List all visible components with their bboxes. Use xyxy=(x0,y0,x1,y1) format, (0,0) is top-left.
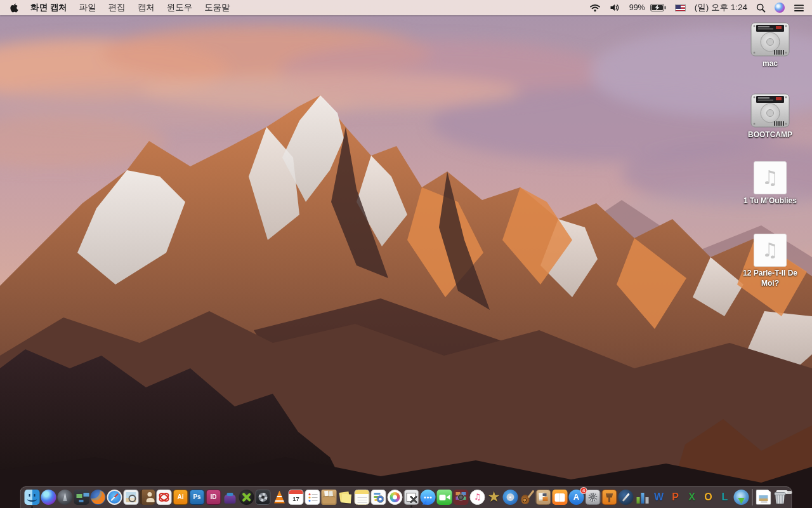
dock-item-preview-icon[interactable] xyxy=(124,490,139,505)
audio-file-icon: ♫ xyxy=(754,161,787,194)
dock-item-finder-icon[interactable] xyxy=(25,490,40,505)
hard-drive-icon xyxy=(750,22,790,57)
app-store-glyph: A xyxy=(573,493,579,501)
dock-item-siri-icon[interactable] xyxy=(41,490,56,505)
lync-glyph: L xyxy=(722,492,728,502)
dock-item-photo-booth-icon[interactable] xyxy=(454,490,469,505)
menu-window[interactable]: 윈도우 xyxy=(167,2,193,13)
apple-logo-icon xyxy=(9,3,18,13)
notification-center-icon[interactable] xyxy=(794,4,804,12)
dock-item-photos-icon[interactable] xyxy=(388,490,403,505)
battery-percent: 99% xyxy=(629,3,645,12)
dock-item-safari-icon[interactable] xyxy=(107,490,122,505)
menu-app-name[interactable]: 화면 캡처 xyxy=(30,2,67,13)
apple-menu[interactable] xyxy=(9,3,18,13)
desktop-icon-audio-file-2[interactable]: ♫ 12 Parle-T-Il De Moi? xyxy=(738,234,802,288)
dock-item-ibooks-icon[interactable] xyxy=(553,490,568,505)
dock-item-indesign-icon[interactable]: ID xyxy=(206,490,221,505)
siri-icon[interactable] xyxy=(775,3,785,13)
dock-item-stickies-icon[interactable] xyxy=(338,490,353,505)
desktop-icon-mac[interactable]: mac xyxy=(738,22,802,69)
dock-item-imovie-09-icon[interactable] xyxy=(487,490,502,505)
menu-bar: 화면 캡처 파일 편집 캡처 윈도우 도움말 9 xyxy=(0,0,812,15)
menu-edit[interactable]: 편집 xyxy=(108,2,126,13)
dock-item-media-player-x-icon[interactable] xyxy=(239,490,254,505)
dock-item-trash-full-icon[interactable] xyxy=(773,490,788,505)
dock-item-outlook-icon[interactable]: O xyxy=(701,490,716,505)
desktop-icon-bootcamp[interactable]: BOOTCAMP xyxy=(738,93,802,140)
volume-icon[interactable] xyxy=(610,3,620,12)
word-glyph: W xyxy=(654,492,664,502)
dock-item-reminders-icon[interactable] xyxy=(305,490,320,505)
dock-item-vlc-icon[interactable] xyxy=(272,490,287,505)
dock-item-image-document-file-icon[interactable] xyxy=(756,490,771,505)
powerpoint-glyph: P xyxy=(672,492,679,502)
dock-item-archive-box-app-icon[interactable] xyxy=(322,490,337,505)
hard-drive-icon xyxy=(750,93,790,128)
spotlight-search-icon[interactable] xyxy=(756,3,766,13)
photoshop-glyph: Ps xyxy=(193,494,200,500)
dock-item-garageband-icon[interactable] xyxy=(520,490,535,505)
desktop-icon-label: mac xyxy=(763,58,778,69)
desktop-icon-label: BOOTCAMP xyxy=(748,130,792,140)
sierra-mountain-wallpaper xyxy=(0,0,812,508)
dock-item-acrobat-reader-icon[interactable] xyxy=(157,490,172,505)
dock-item-word-icon[interactable]: W xyxy=(652,490,667,505)
dock-item-firefox-icon[interactable] xyxy=(91,490,106,505)
battery-charging-icon[interactable] xyxy=(650,4,666,11)
dock-item-dvd-ripper-icon[interactable] xyxy=(503,490,518,505)
dock-item-grab-screen-capture-icon[interactable] xyxy=(404,490,419,505)
wifi-icon[interactable] xyxy=(589,3,601,12)
dock-item-launchpad-icon[interactable] xyxy=(58,490,73,505)
desktop-icon-audio-file-1[interactable]: ♫ 1 Tu M'Oublies xyxy=(738,161,802,206)
menu-bar-clock[interactable]: (일) 오후 1:24 xyxy=(695,2,747,13)
dock-item-system-preferences-icon[interactable] xyxy=(586,490,601,505)
indesign-glyph: ID xyxy=(211,494,217,500)
dock-item-mission-control-icon[interactable] xyxy=(74,490,89,505)
dock-item-excel-icon[interactable]: X xyxy=(684,490,700,505)
dock-item-notes-icon[interactable] xyxy=(355,490,370,505)
music-note-glyph: ♫ xyxy=(762,168,779,187)
running-indicator xyxy=(31,506,33,508)
dock-item-contacts-icon[interactable] xyxy=(140,490,155,505)
dock-item-itunes-icon[interactable] xyxy=(470,490,485,505)
dock-separator xyxy=(752,489,753,505)
dock-item-calendar-icon[interactable]: 17 xyxy=(289,490,304,505)
desktop-icon-label: 12 Parle-T-Il De Moi? xyxy=(738,268,802,288)
dock-item-toast-titanium-icon[interactable] xyxy=(223,490,238,505)
dock-item-fan-utility-icon[interactable] xyxy=(256,490,271,505)
dock: AiPsID17A4WPXOL xyxy=(20,486,792,508)
desktop-screen: 화면 캡처 파일 편집 캡처 윈도우 도움말 9 xyxy=(0,0,812,508)
dock-item-video-downloader-icon[interactable] xyxy=(734,490,749,505)
audio-file-icon: ♫ xyxy=(754,234,787,267)
us-flag-icon[interactable] xyxy=(675,4,686,11)
menu-file[interactable]: 파일 xyxy=(79,2,96,13)
excel-glyph: X xyxy=(688,492,695,502)
dock-item-pages-09-icon[interactable] xyxy=(619,490,634,505)
dock-item-lync-icon[interactable]: L xyxy=(717,490,733,505)
dock-item-page-layout-app-icon[interactable] xyxy=(536,490,551,505)
notification-badge: 4 xyxy=(580,487,587,494)
dock-item-powerpoint-icon[interactable]: P xyxy=(668,490,683,505)
menu-help[interactable]: 도움말 xyxy=(204,2,230,13)
calendar-glyph: 17 xyxy=(292,492,299,502)
dock-item-numbers-09-icon[interactable] xyxy=(635,490,650,505)
outlook-glyph: O xyxy=(704,492,712,502)
illustrator-glyph: Ai xyxy=(178,494,184,500)
dock-item-facetime-icon[interactable] xyxy=(437,490,452,505)
dock-item-keynote-09-icon[interactable] xyxy=(602,490,617,505)
music-note-glyph: ♫ xyxy=(762,241,779,260)
dock-item-messages-icon[interactable] xyxy=(421,490,436,505)
dock-item-document-viewer-app-icon[interactable] xyxy=(371,490,386,505)
dock-item-app-store-icon[interactable]: A4 xyxy=(569,490,584,505)
dock-item-photoshop-icon[interactable]: Ps xyxy=(190,490,205,505)
running-indicator xyxy=(410,505,412,507)
dock-item-illustrator-icon[interactable]: Ai xyxy=(173,490,188,505)
desktop-icon-label: 1 Tu M'Oublies xyxy=(743,196,797,206)
menu-capture[interactable]: 캡처 xyxy=(138,2,155,13)
